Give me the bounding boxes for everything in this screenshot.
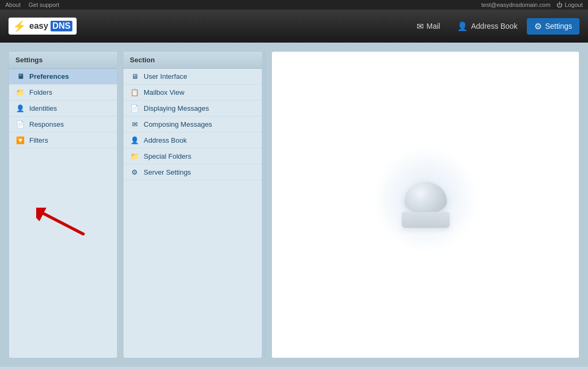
- topbar-right: test@easydnsdomain.com ⏻ Logout: [482, 2, 583, 8]
- logout-button[interactable]: ⏻ Logout: [557, 2, 583, 8]
- settings-item-preferences[interactable]: 🖥 Preferences: [9, 69, 117, 85]
- get-support-link[interactable]: Get support: [29, 2, 59, 8]
- topbar: About Get support test@easydnsdomain.com…: [0, 0, 588, 10]
- addressbook-icon: 👤: [457, 21, 468, 31]
- settings-item-filters[interactable]: 🔽 Filters: [9, 133, 117, 149]
- section-item-address-book[interactable]: 👤 Address Book: [123, 133, 262, 149]
- orb-shape: [404, 182, 447, 214]
- preferences-icon: 🖥: [15, 73, 25, 80]
- section-item-mailbox-view[interactable]: 📋 Mailbox View: [123, 85, 262, 101]
- logo-easy-text: easy: [29, 21, 48, 31]
- logo-box: ⚡ easy DNS: [9, 18, 77, 35]
- folders-icon: 📁: [15, 89, 25, 96]
- box-base-shape: [402, 212, 450, 228]
- section-item-displaying-messages[interactable]: 📄 Displaying Messages: [123, 101, 262, 117]
- filters-icon: 🔽: [15, 137, 25, 144]
- power-icon: ⏻: [557, 2, 562, 8]
- special-folders-icon: 📁: [130, 153, 139, 160]
- mail-icon: ✉: [417, 21, 424, 31]
- orb-container: [402, 182, 450, 228]
- settings-panel: Settings 🖥 Preferences 📁 Folders 👤 Ident…: [9, 51, 118, 358]
- composing-messages-icon: ✉: [130, 121, 139, 128]
- settings-item-folders[interactable]: 📁 Folders: [9, 85, 117, 101]
- lightning-icon: ⚡: [13, 20, 26, 32]
- section-item-special-folders[interactable]: 📁 Special Folders: [123, 149, 262, 165]
- server-settings-icon: ⚙: [130, 169, 139, 176]
- mailbox-view-icon: 📋: [130, 89, 139, 96]
- about-link[interactable]: About: [5, 2, 21, 8]
- logo-dns-text: DNS: [51, 21, 73, 31]
- header: ⚡ easy DNS ✉ Mail 👤 Address Book ⚙ Setti…: [0, 10, 588, 43]
- nav-settings-button[interactable]: ⚙ Settings: [527, 18, 579, 35]
- section-item-server-settings[interactable]: ⚙ Server Settings: [123, 165, 262, 181]
- logo: ⚡ easy DNS: [9, 18, 77, 35]
- settings-item-responses[interactable]: 📄 Responses: [9, 117, 117, 133]
- nav-addressbook-button[interactable]: 👤 Address Book: [450, 18, 525, 35]
- section-item-user-interface[interactable]: 🖥 User Interface: [123, 69, 262, 85]
- nav-buttons: ✉ Mail 👤 Address Book ⚙ Settings: [409, 18, 579, 35]
- content-panel: [271, 51, 579, 358]
- user-email: test@easydnsdomain.com: [482, 2, 551, 8]
- user-interface-icon: 🖥: [130, 73, 139, 80]
- section-item-composing-messages[interactable]: ✉ Composing Messages: [123, 117, 262, 133]
- address-book-icon: 👤: [130, 137, 139, 144]
- settings-item-identities[interactable]: 👤 Identities: [9, 101, 117, 117]
- panel-divider[interactable]: [263, 51, 266, 358]
- identities-icon: 👤: [15, 105, 25, 112]
- settings-panel-header: Settings: [9, 52, 117, 69]
- settings-icon: ⚙: [534, 21, 542, 31]
- section-panel-header: Section: [123, 52, 262, 69]
- topbar-links[interactable]: About Get support: [5, 2, 65, 8]
- responses-icon: 📄: [15, 121, 25, 128]
- nav-mail-button[interactable]: ✉ Mail: [409, 18, 448, 35]
- section-panel: Section 🖥 User Interface 📋 Mailbox View …: [123, 51, 262, 358]
- displaying-messages-icon: 📄: [130, 105, 139, 112]
- main-content: Settings 🖥 Preferences 📁 Folders 👤 Ident…: [0, 43, 588, 367]
